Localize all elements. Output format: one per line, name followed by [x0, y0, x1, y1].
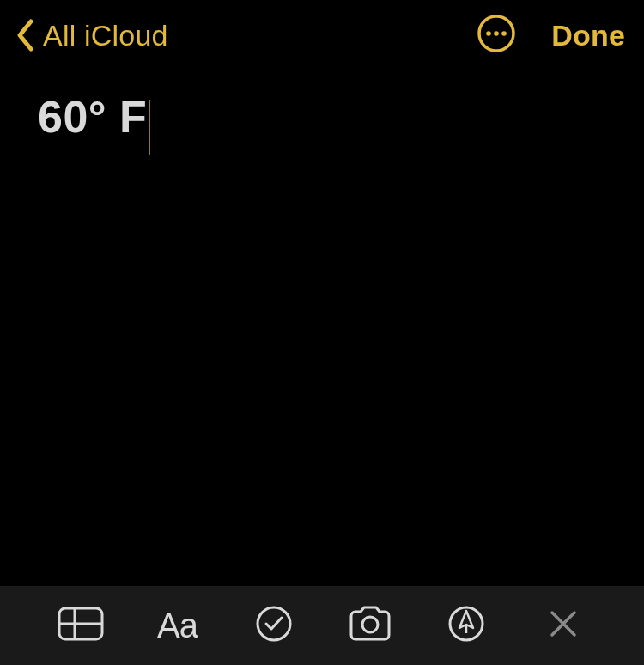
text-format-icon: Aa	[157, 607, 197, 645]
markup-button[interactable]	[436, 595, 496, 656]
camera-icon	[348, 606, 392, 645]
header-bar: All iCloud Done	[0, 0, 644, 70]
editor-toolbar: Aa	[0, 586, 644, 665]
checklist-button[interactable]	[244, 595, 304, 656]
header-right: Done	[476, 15, 625, 56]
ellipsis-circle-icon	[477, 14, 516, 57]
note-body[interactable]: 60° F	[0, 70, 644, 177]
done-button[interactable]: Done	[551, 19, 625, 52]
checkmark-circle-icon	[255, 605, 293, 646]
back-label: All iCloud	[43, 19, 168, 52]
svg-point-7	[258, 607, 290, 640]
format-button[interactable]: Aa	[147, 595, 207, 656]
svg-point-8	[362, 617, 378, 632]
more-button[interactable]	[476, 15, 517, 56]
close-button[interactable]	[533, 595, 593, 656]
table-button[interactable]	[51, 595, 111, 656]
svg-point-1	[486, 31, 491, 36]
note-title: 60° F	[38, 91, 147, 143]
text-cursor	[149, 100, 150, 155]
table-icon	[58, 607, 104, 644]
pen-circle-icon	[447, 605, 485, 646]
svg-point-2	[494, 31, 499, 36]
svg-point-3	[501, 31, 507, 36]
close-icon	[548, 608, 579, 643]
chevron-left-icon	[9, 16, 41, 54]
camera-button[interactable]	[340, 595, 400, 656]
back-button[interactable]: All iCloud	[9, 16, 168, 54]
